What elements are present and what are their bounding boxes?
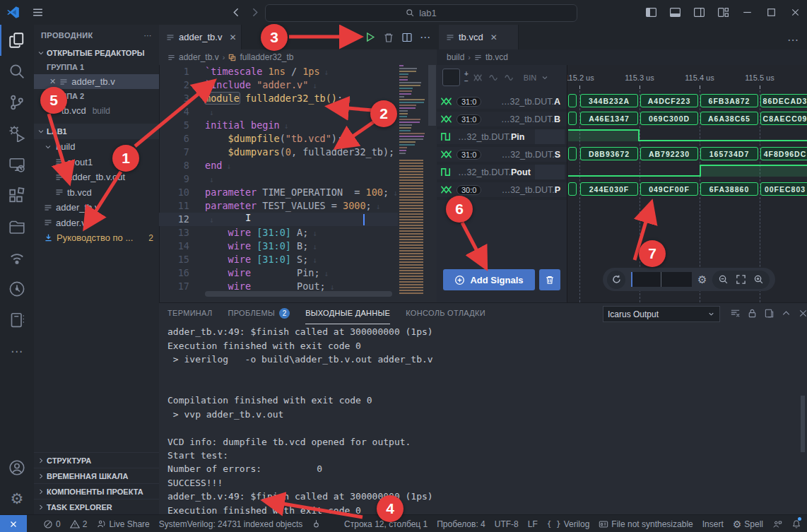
search-input[interactable]: lab1 xyxy=(265,4,577,22)
workspace-header[interactable]: LAB1 xyxy=(34,124,159,139)
code-line[interactable]: 14 wire [31:0] B; xyxy=(159,240,398,253)
tree-item-build[interactable]: build xyxy=(34,139,159,155)
status-feedback-icon[interactable] xyxy=(772,519,782,529)
lock-icon[interactable] xyxy=(747,308,758,319)
status-live[interactable]: Live Share xyxy=(96,519,149,529)
close-icon[interactable]: ✕ xyxy=(49,77,56,86)
delete-signals-button[interactable] xyxy=(539,269,560,290)
status-file[interactable]: File not synthesizable xyxy=(599,519,693,529)
back-arrow[interactable] xyxy=(230,6,242,18)
tree-item-a-out1[interactable]: a.out1 xyxy=(34,155,159,170)
trash-icon[interactable] xyxy=(383,32,394,43)
activity-platformio-icon[interactable] xyxy=(0,273,34,305)
horizontal-scrollbar[interactable] xyxy=(205,291,392,297)
activity-run-debug-icon[interactable] xyxy=(0,118,34,149)
close-icon[interactable]: ✕ xyxy=(490,32,497,42)
code-line[interactable]: 13 wire [31:0] A; xyxy=(159,226,398,240)
more-icon[interactable]: ⋯ xyxy=(144,31,152,40)
status-systemverilog[interactable]: SystemVerilog: 24731 indexed objects xyxy=(159,519,302,529)
output-console[interactable]: SUCCESS!!!adder_tb.v:49: $finish called … xyxy=(159,315,807,514)
activity-remote-explorer-icon[interactable] xyxy=(0,149,34,180)
code-line[interactable]: 1`timescale 1ns / 1ps xyxy=(159,65,398,78)
layout-sidebar-icon[interactable] xyxy=(639,0,663,25)
code-line[interactable]: 15 wire [31:0] S; xyxy=(159,253,398,266)
code-line[interactable]: 5initial begin xyxy=(159,119,398,132)
minimap[interactable] xyxy=(398,65,428,297)
activity-source-control-icon[interactable] xyxy=(0,87,34,118)
open-editors-header[interactable]: ОТКРЫТЫЕ РЕДАКТОРЫ xyxy=(34,46,159,60)
activity-extensions-icon[interactable] xyxy=(0,180,34,211)
remote-indicator[interactable] xyxy=(0,515,27,532)
section-структура[interactable]: СТРУКТУРА xyxy=(34,452,159,468)
layout-panel-icon[interactable] xyxy=(663,0,687,25)
tree-item-adder-tb-v-out[interactable]: adder_tb.v.out xyxy=(34,170,159,185)
minimize-icon[interactable] xyxy=(735,0,759,25)
chevron-down-icon[interactable] xyxy=(541,73,549,82)
activity-project-folder-icon[interactable] xyxy=(0,211,34,242)
breadcrumb-folder[interactable]: build xyxy=(447,52,464,62)
tree-item--[interactable]: Руководство по ...2 xyxy=(34,230,159,246)
tree-item-tb-vcd[interactable]: tb.vcd xyxy=(34,185,159,201)
activity-files-icon[interactable] xyxy=(0,25,34,56)
waveform-canvas[interactable]: 115.2 us115.3 us115.4 us115.5 us344B232A… xyxy=(567,65,807,302)
section-компоненты-проекта[interactable]: КОМПОНЕНТЫ ПРОЕКТА xyxy=(34,483,159,499)
status-utf-8[interactable]: UTF-8 xyxy=(495,519,519,529)
menu-icon[interactable] xyxy=(32,6,44,18)
code-line[interactable]: 4 xyxy=(159,105,398,119)
status-spell[interactable]: ⚙Spell xyxy=(733,519,763,530)
panel-scrollbar[interactable] xyxy=(801,396,805,452)
activity-account-icon[interactable] xyxy=(0,452,34,483)
close-icon[interactable]: ✕ xyxy=(229,32,236,42)
status-bell-icon[interactable] xyxy=(791,519,801,529)
layout-grid-icon[interactable] xyxy=(711,0,735,25)
more-icon[interactable]: ⋯ xyxy=(787,33,799,47)
time-input[interactable] xyxy=(631,272,692,287)
code-line[interactable]: 7 $dumpvars(0, fulladder32_tb); xyxy=(159,146,398,159)
bus-wave-icon[interactable] xyxy=(473,73,484,83)
output-channel-select[interactable]: Icarus Output xyxy=(603,306,720,322)
activity-settings-icon[interactable]: ⚙ xyxy=(0,483,34,514)
zoom-out-icon[interactable] xyxy=(718,274,729,285)
analog-wave-icon[interactable] xyxy=(488,73,500,83)
fit-screen-icon[interactable] xyxy=(736,274,746,285)
code-line[interactable]: 9 xyxy=(159,172,398,186)
refresh-icon[interactable] xyxy=(607,271,625,289)
activity-search-icon[interactable] xyxy=(0,56,34,87)
signal-row-pin[interactable]: …32_tb.DUT.Pin xyxy=(437,129,567,147)
signal-row-b[interactable]: 31:0…32_tb.DUT.B xyxy=(437,112,567,129)
section-временная-шкала[interactable]: ВРЕМЕННАЯ ШКАЛА xyxy=(34,468,159,483)
code-editor[interactable]: 1`timescale 1ns / 1ps2`include "adder.v"… xyxy=(159,65,398,297)
panel-tab-консоль-отладки[interactable]: КОНСОЛЬ ОТЛАДКИ xyxy=(406,303,485,324)
activity-notebook-icon[interactable] xyxy=(0,305,34,336)
plus-button[interactable]: + xyxy=(464,71,469,78)
status-verilog[interactable]: { }Verilog xyxy=(547,519,590,529)
status-insert[interactable]: Insert xyxy=(702,519,724,529)
close-icon[interactable] xyxy=(783,0,807,25)
more-icon[interactable]: ⋯ xyxy=(420,31,431,44)
code-line[interactable]: 16 wire Pin; xyxy=(159,266,398,280)
wave-breadcrumb[interactable]: build › tb.vcd xyxy=(437,49,807,65)
vertical-scrollbar[interactable] xyxy=(428,65,436,126)
code-line[interactable]: 6 $dumpfile("tb.vcd"); xyxy=(159,132,398,146)
tab-tb-vcd[interactable]: tb.vcd ✕ xyxy=(439,25,519,49)
tree-item-adder-tb-v[interactable]: adder_tb.v xyxy=(34,200,159,215)
panel-tab-выходные-данные[interactable]: ВЫХОДНЫЕ ДАННЫЕ xyxy=(305,303,390,324)
split-editor-icon[interactable] xyxy=(401,32,413,43)
status-lf[interactable]: LF xyxy=(528,519,538,529)
forward-arrow[interactable] xyxy=(249,6,261,18)
panel-tab-проблемы[interactable]: ПРОБЛЕМЫ2 xyxy=(228,303,290,324)
breadcrumb-file[interactable]: tb.vcd xyxy=(485,52,508,62)
code-line[interactable]: 11parameter TEST_VALUES = 3000; xyxy=(159,199,398,213)
panel-tab-терминал[interactable]: ТЕРМИНАЛ xyxy=(167,303,212,324)
tab-adder-tb-v[interactable]: adder_tb.v ✕ xyxy=(159,25,242,49)
code-line[interactable]: 3module fulladder32_tb(); xyxy=(159,92,398,105)
activity-espressif-icon[interactable] xyxy=(0,242,34,273)
gear-icon[interactable]: ⚙ xyxy=(697,273,707,286)
activity-more-icon[interactable]: ⋯ xyxy=(0,336,34,367)
chevron-up-icon[interactable] xyxy=(781,308,791,319)
add-signals-button[interactable]: Add Signals xyxy=(443,269,535,290)
status-2[interactable]: 2 xyxy=(70,519,88,529)
section-task-explorer[interactable]: TASK EXPLORER xyxy=(34,499,159,514)
analog-wave-icon[interactable] xyxy=(504,73,515,83)
breadcrumb-symbol[interactable]: fulladder32_tb xyxy=(240,52,293,62)
